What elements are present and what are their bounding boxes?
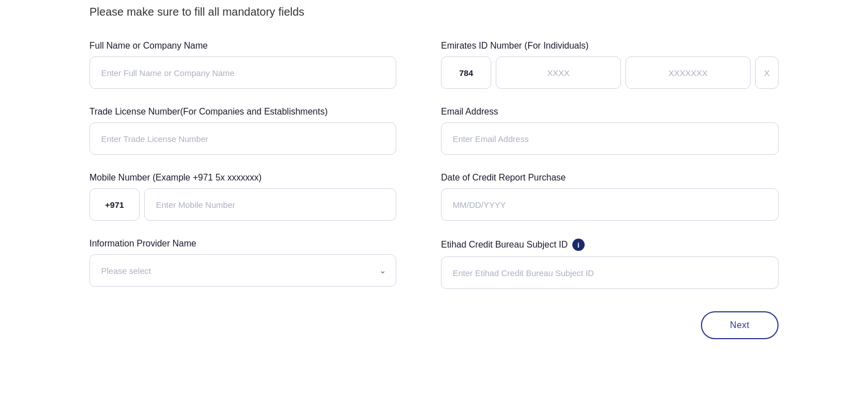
etihad-group: Etihad Credit Bureau Subject ID i <box>441 239 779 289</box>
mobile-group: Mobile Number (Example +971 5x xxxxxxx) … <box>89 173 396 221</box>
mobile-prefix: +971 <box>89 188 140 221</box>
email-input[interactable] <box>441 122 779 155</box>
info-provider-label: Information Provider Name <box>89 239 396 249</box>
date-group: Date of Credit Report Purchase <box>441 173 779 221</box>
trade-license-group: Trade License Number(For Companies and E… <box>89 107 396 155</box>
email-label: Email Address <box>441 107 779 117</box>
emirates-prefix: 784 <box>441 56 491 89</box>
emirates-id-group: Emirates ID Number (For Individuals) 784… <box>441 41 779 89</box>
mobile-input[interactable] <box>144 188 396 221</box>
emirates-mid-input[interactable] <box>496 56 621 89</box>
full-name-input[interactable] <box>89 56 396 89</box>
page-subtitle: Please make sure to fill all mandatory f… <box>89 6 779 18</box>
main-form: Full Name or Company Name Emirates ID Nu… <box>89 41 779 289</box>
trade-license-label: Trade License Number(For Companies and E… <box>89 107 396 117</box>
mobile-label: Mobile Number (Example +971 5x xxxxxxx) <box>89 173 396 183</box>
emirates-long-input[interactable] <box>625 56 751 89</box>
info-provider-select[interactable]: Please select <box>89 254 396 287</box>
full-name-label: Full Name or Company Name <box>89 41 396 51</box>
date-label: Date of Credit Report Purchase <box>441 173 779 183</box>
date-input[interactable] <box>441 188 779 221</box>
etihad-label-row: Etihad Credit Bureau Subject ID i <box>441 239 779 251</box>
emirates-id-label: Emirates ID Number (For Individuals) <box>441 41 779 51</box>
etihad-input[interactable] <box>441 256 779 289</box>
trade-license-input[interactable] <box>89 122 396 155</box>
emirates-x-button[interactable]: X <box>755 56 779 89</box>
button-row: Next <box>89 311 779 339</box>
info-provider-group: Information Provider Name Please select … <box>89 239 396 289</box>
etihad-label: Etihad Credit Bureau Subject ID <box>441 240 568 250</box>
mobile-inputs: +971 <box>89 188 396 221</box>
info-icon[interactable]: i <box>572 239 585 251</box>
full-name-group: Full Name or Company Name <box>89 41 396 89</box>
emirates-id-inputs: 784 X <box>441 56 779 89</box>
next-button[interactable]: Next <box>701 311 779 339</box>
email-group: Email Address <box>441 107 779 155</box>
info-provider-select-wrapper: Please select ⌄ <box>89 254 396 287</box>
